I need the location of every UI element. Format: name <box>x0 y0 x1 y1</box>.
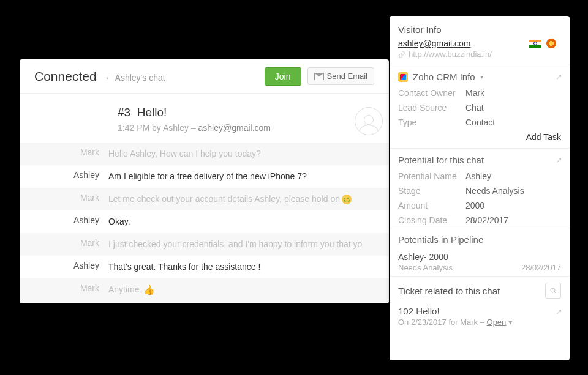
message-row: Mark Anytime 👍 <box>20 278 389 302</box>
svg-point-0 <box>551 288 555 292</box>
chat-window: Connected → Ashley's chat Join Send Emai… <box>20 59 389 303</box>
ticket-id: 102 <box>398 306 413 316</box>
message-row: Ashley That's great. Thanks for the assi… <box>20 256 389 278</box>
crm-section-title: Zoho CRM Info <box>413 72 475 82</box>
crm-field-value: Mark <box>466 88 484 98</box>
ticket-status-caret: ▾ <box>508 317 513 327</box>
message-sender: Mark <box>20 193 108 202</box>
ticket-status[interactable]: Open <box>487 317 507 327</box>
message-text: That's great. Thanks for the assistance … <box>108 261 378 273</box>
message-list: Mark Hello Ashley, How can I help you to… <box>20 143 389 302</box>
message-sender: Ashley <box>20 170 108 180</box>
smile-icon <box>342 195 352 204</box>
ticket-item[interactable]: ↗ 102 Hello! On 2/23/2017 for Mark – Ope… <box>390 302 570 330</box>
thumbs-up-icon: 👍 <box>143 283 155 297</box>
message-text: Let me check out your account details As… <box>108 193 378 206</box>
message-sender: Mark <box>20 238 108 248</box>
thread-header: #3 Hello! 1:42 PM by Ashley – ashley@gma… <box>20 94 389 143</box>
message-sender: Ashley <box>20 215 108 225</box>
avatar <box>355 107 383 135</box>
potential-field-value: 2000 <box>466 201 484 210</box>
popout-icon[interactable]: ↗ <box>556 72 562 81</box>
crm-field-value: Contact <box>466 117 495 127</box>
potential-section-title: Potential for this chat <box>398 155 484 165</box>
chevron-down-icon: ▾ <box>480 73 483 80</box>
link-icon <box>398 51 405 58</box>
crm-field-label: Lead Source <box>398 103 466 113</box>
zoho-crm-icon <box>398 72 408 82</box>
message-text: Am I eligible for a free delivery of the… <box>108 170 378 183</box>
pipeline-item[interactable]: Ashley- 2000 Needs Analysis 28/02/2017 <box>390 248 570 276</box>
firefox-icon <box>546 39 556 48</box>
thread-email-link[interactable]: ashley@gmail.com <box>198 123 271 133</box>
pipeline-item-name: Ashley- 2000 <box>398 252 448 262</box>
message-text: I just checked your credentials, and I'm… <box>108 238 378 251</box>
potential-field-label: Stage <box>398 186 466 196</box>
crm-field-label: Contact Owner <box>398 88 466 98</box>
visitor-panel: Visitor Info ashley@gmail.com http://www… <box>390 16 570 360</box>
popout-icon[interactable]: ↗ <box>556 307 562 316</box>
ticket-section-title: Ticket related to this chat <box>398 286 500 296</box>
message-row: Mark Hello Ashley, How can I help you to… <box>20 143 389 165</box>
india-flag-icon <box>529 40 541 48</box>
potential-section-header: Potential for this chat ↗ <box>390 148 570 169</box>
send-email-label: Send Email <box>327 72 368 81</box>
message-row: Ashley Am I eligible for a free delivery… <box>20 165 389 188</box>
ticket-search-button[interactable] <box>545 283 561 299</box>
chat-subtitle: Ashley's chat <box>115 73 165 83</box>
crm-field-value: Chat <box>466 103 484 113</box>
potential-field-value: Needs Analysis <box>466 186 524 196</box>
potential-field-label: Amount <box>398 201 466 210</box>
visitor-url: http://www.buzzindia.in/ <box>409 50 492 59</box>
ticket-subject: Hello! <box>416 306 439 316</box>
message-row: Ashley Okay. <box>20 210 389 233</box>
visitor-info-heading: Visitor Info <box>390 16 570 39</box>
crm-field-label: Type <box>398 117 466 127</box>
envelope-icon <box>314 73 324 80</box>
ticket-number: #3 <box>118 106 130 119</box>
ticket-subject: Hello! <box>137 106 167 119</box>
potential-field-value: 28/02/2017 <box>466 215 508 225</box>
message-text: Okay. <box>108 215 378 228</box>
message-text: Anytime 👍 <box>108 283 378 297</box>
message-row: Mark Let me check out your account detai… <box>20 188 389 210</box>
arrow-icon: → <box>102 73 110 83</box>
message-row: Mark I just checked your credentials, an… <box>20 233 389 256</box>
chat-status: Connected <box>34 69 97 84</box>
search-icon <box>549 286 557 295</box>
potential-field-label: Potential Name <box>398 171 466 181</box>
ticket-section-header: Ticket related to this chat <box>390 276 570 302</box>
thread-by: Ashley <box>163 123 189 133</box>
send-email-button[interactable]: Send Email <box>307 67 374 85</box>
pipeline-section-title: Potentials in Pipeline <box>398 234 483 245</box>
message-sender: Ashley <box>20 261 108 270</box>
popout-icon[interactable]: ↗ <box>556 155 562 165</box>
add-task-link[interactable]: Add Task <box>526 132 561 142</box>
potential-field-value: Ashley <box>466 171 491 181</box>
message-sender: Mark <box>20 283 108 293</box>
thread-time: 1:42 PM <box>118 123 149 133</box>
visitor-email-link[interactable]: ashley@gmail.com <box>398 39 470 48</box>
pipeline-section-header: Potentials in Pipeline <box>390 228 570 248</box>
potential-field-label: Closing Date <box>398 215 466 225</box>
join-button[interactable]: Join <box>265 67 301 86</box>
svg-line-1 <box>554 292 556 293</box>
crm-section-header[interactable]: Zoho CRM Info ▾ ↗ <box>390 65 570 86</box>
pipeline-item-stage: Needs Analysis <box>398 263 453 272</box>
message-sender: Mark <box>20 147 108 157</box>
pipeline-item-date: 28/02/2017 <box>521 263 561 272</box>
message-text: Hello Ashley, How can I help you today? <box>108 147 378 160</box>
ticket-meta: On 2/23/2017 for Mark – <box>398 317 487 327</box>
chat-header: Connected → Ashley's chat Join Send Emai… <box>20 59 389 94</box>
